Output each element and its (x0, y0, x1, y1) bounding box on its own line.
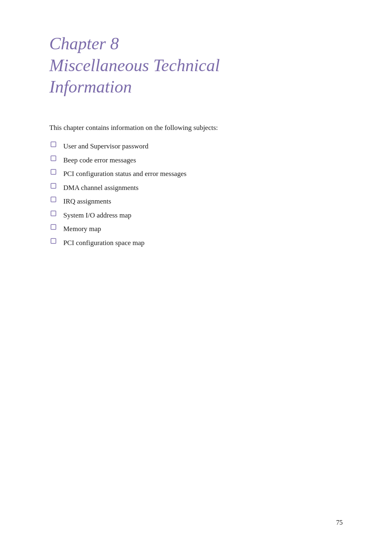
bullet-checkbox-icon (49, 224, 58, 230)
list-item: Beep code error messages (49, 155, 343, 166)
svg-rect-6 (51, 225, 56, 229)
list-item: IRQ assignments (49, 196, 343, 207)
list-item: PCI configuration status and error messa… (49, 169, 343, 179)
svg-rect-0 (51, 142, 56, 147)
bullet-checkbox-icon (49, 169, 58, 175)
list-item: User and Supervisor password (49, 141, 343, 152)
chapter-title-line1: Chapter 8 (49, 34, 119, 53)
page-number: 75 (336, 519, 343, 526)
svg-rect-4 (51, 197, 56, 202)
page: Chapter 8 Miscellaneous Technical Inform… (0, 0, 392, 551)
bullet-checkbox-icon (49, 141, 58, 147)
intro-text: This chapter contains information on the… (49, 123, 343, 133)
bullet-checkbox-icon (49, 238, 58, 244)
list-item-text: Beep code error messages (63, 155, 136, 166)
svg-rect-2 (51, 169, 56, 174)
list-item-text: Memory map (63, 224, 101, 234)
list-item-text: System I/O address map (63, 210, 131, 221)
chapter-title-line2: Miscellaneous Technical (49, 56, 220, 75)
list-item-text: IRQ assignments (63, 196, 111, 207)
list-item-text: DMA channel assignments (63, 183, 138, 193)
svg-rect-3 (51, 183, 56, 188)
bullet-list: User and Supervisor password Beep code e… (49, 141, 343, 248)
bullet-checkbox-icon (49, 155, 58, 161)
bullet-checkbox-icon (49, 197, 58, 202)
list-item: System I/O address map (49, 210, 343, 221)
svg-rect-1 (51, 156, 56, 161)
chapter-title: Chapter 8 Miscellaneous Technical Inform… (49, 33, 343, 98)
list-item: DMA channel assignments (49, 183, 343, 193)
list-item-text: PCI configuration status and error messa… (63, 169, 187, 179)
list-item: Memory map (49, 224, 343, 234)
list-item-text: User and Supervisor password (63, 141, 148, 152)
chapter-title-line3: Information (49, 77, 132, 96)
bullet-checkbox-icon (49, 183, 58, 189)
list-item: PCI configuration space map (49, 238, 343, 248)
list-item-text: PCI configuration space map (63, 238, 145, 248)
svg-rect-5 (51, 211, 56, 216)
svg-rect-7 (51, 238, 56, 243)
bullet-checkbox-icon (49, 211, 58, 216)
